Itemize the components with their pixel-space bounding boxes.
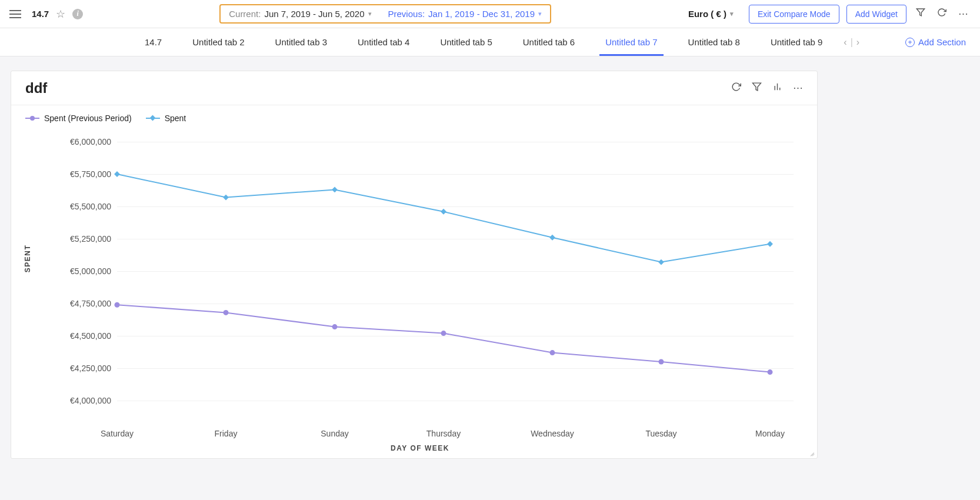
tabs-bar: 14.7Untitled tab 2Untitled tab 3Untitled…	[0, 28, 980, 56]
previous-label: Previous:	[388, 9, 425, 19]
data-point[interactable]	[768, 369, 773, 375]
chart-plot	[117, 142, 788, 423]
add-widget-button[interactable]: Add Widget	[846, 5, 906, 24]
tab-next-icon[interactable]: ›	[856, 37, 859, 48]
x-axis-label: DAY OF WEEK	[391, 444, 449, 452]
tab-untitled-tab-4[interactable]: Untitled tab 4	[342, 28, 425, 56]
current-label: Current:	[229, 9, 261, 19]
tab-untitled-tab-9[interactable]: Untitled tab 9	[755, 28, 838, 56]
data-point[interactable]	[332, 186, 338, 192]
widget-filter-icon[interactable]	[752, 82, 762, 95]
data-point[interactable]	[115, 302, 120, 308]
data-point[interactable]	[549, 235, 555, 241]
y-tick-label: €5,500,000	[46, 202, 111, 211]
resize-handle-icon[interactable]	[808, 449, 815, 456]
tab-nav: ‹ | ›	[838, 37, 865, 48]
widget-refresh-icon[interactable]	[731, 82, 741, 95]
chart-area: SPENT DAY OF WEEK €4,000,000€4,250,000€4…	[46, 142, 794, 423]
x-tick-label: Saturday	[101, 429, 134, 438]
series-line-0	[117, 305, 770, 372]
widget-more-icon[interactable]: ⋯	[793, 82, 803, 95]
exit-compare-button[interactable]: Exit Compare Mode	[749, 5, 839, 24]
tab-untitled-tab-2[interactable]: Untitled tab 2	[177, 28, 259, 56]
y-tick-label: €5,000,000	[46, 266, 111, 276]
y-tick-label: €4,000,000	[46, 396, 111, 405]
star-icon[interactable]: ☆	[56, 8, 65, 21]
more-icon[interactable]: ⋯	[956, 5, 971, 22]
data-point[interactable]	[223, 195, 229, 201]
x-tick-label: Tuesday	[645, 429, 676, 438]
filter-icon[interactable]	[914, 5, 928, 22]
data-point[interactable]	[550, 350, 555, 355]
menu-icon[interactable]	[9, 10, 21, 18]
currency-value: Euro ( € )	[688, 9, 726, 19]
chevron-down-icon: ▾	[368, 10, 372, 18]
tab-untitled-tab-3[interactable]: Untitled tab 3	[260, 28, 342, 56]
x-tick-label: Wednesday	[531, 429, 574, 438]
legend-item-current[interactable]: Spent	[146, 114, 186, 123]
data-point[interactable]	[441, 209, 446, 215]
series-line-1	[117, 174, 770, 262]
previous-date-range[interactable]: Previous: Jan 1, 2019 - Dec 31, 2019 ▾	[388, 9, 542, 19]
chevron-down-icon: ▾	[538, 10, 542, 18]
top-bar: 14.7 ☆ i Current: Jun 7, 2019 - Jun 5, 2…	[0, 0, 980, 28]
tab-untitled-tab-5[interactable]: Untitled tab 5	[425, 28, 507, 56]
widget-chart-type-icon[interactable]	[772, 82, 782, 95]
date-compare-selector: Current: Jun 7, 2019 - Jun 5, 2020 ▾ Pre…	[219, 4, 551, 24]
chart-widget: ddf ⋯ Spent (Previous Period)	[11, 71, 818, 459]
legend-label-previous: Spent (Previous Period)	[44, 114, 132, 123]
y-tick-label: €6,000,000	[46, 137, 111, 146]
chart-legend: Spent (Previous Period) Spent	[11, 105, 817, 123]
y-tick-label: €4,250,000	[46, 364, 111, 373]
current-range-value: Jun 7, 2019 - Jun 5, 2020	[264, 9, 364, 19]
tab-divider: |	[851, 37, 853, 48]
page-title: 14.7	[32, 9, 49, 19]
info-icon[interactable]: i	[72, 9, 83, 19]
y-tick-label: €5,750,000	[46, 169, 111, 179]
refresh-icon[interactable]	[935, 5, 949, 22]
svg-marker-1	[752, 83, 761, 91]
data-point[interactable]	[659, 359, 664, 365]
legend-item-previous[interactable]: Spent (Previous Period)	[25, 114, 132, 123]
previous-range-value: Jan 1, 2019 - Dec 31, 2019	[428, 9, 535, 19]
tab-untitled-tab-6[interactable]: Untitled tab 6	[508, 28, 590, 56]
legend-label-current: Spent	[165, 114, 186, 123]
add-section-label: Add Section	[918, 37, 966, 47]
data-point[interactable]	[441, 331, 446, 336]
chevron-down-icon: ▾	[730, 10, 734, 18]
widget-header: ddf ⋯	[11, 71, 817, 105]
current-date-range[interactable]: Current: Jun 7, 2019 - Jun 5, 2020 ▾	[229, 9, 371, 19]
x-tick-label: Monday	[755, 429, 785, 438]
tab-prev-icon[interactable]: ‹	[844, 37, 846, 48]
x-tick-label: Sunday	[321, 429, 348, 438]
svg-marker-0	[916, 9, 924, 16]
plus-icon: +	[905, 38, 915, 47]
x-tick-label: Thursday	[426, 429, 461, 438]
add-section-button[interactable]: + Add Section	[905, 37, 966, 47]
legend-marker-current	[146, 118, 160, 119]
currency-selector[interactable]: Euro ( € ) ▾	[688, 9, 734, 19]
tab-untitled-tab-7[interactable]: Untitled tab 7	[590, 28, 672, 56]
y-tick-label: €4,500,000	[46, 331, 111, 341]
data-point[interactable]	[767, 241, 773, 247]
data-point[interactable]	[114, 171, 120, 177]
widget-title: ddf	[25, 80, 47, 96]
tab-14-7[interactable]: 14.7	[129, 28, 177, 56]
y-tick-label: €5,250,000	[46, 234, 111, 244]
tab-untitled-tab-8[interactable]: Untitled tab 8	[673, 28, 755, 56]
x-tick-label: Friday	[215, 429, 238, 438]
legend-marker-previous	[25, 118, 39, 119]
data-point[interactable]	[658, 259, 664, 265]
y-tick-label: €4,750,000	[46, 299, 111, 308]
data-point[interactable]	[332, 324, 338, 329]
data-point[interactable]	[224, 310, 229, 315]
y-axis-label: SPENT	[24, 245, 32, 273]
